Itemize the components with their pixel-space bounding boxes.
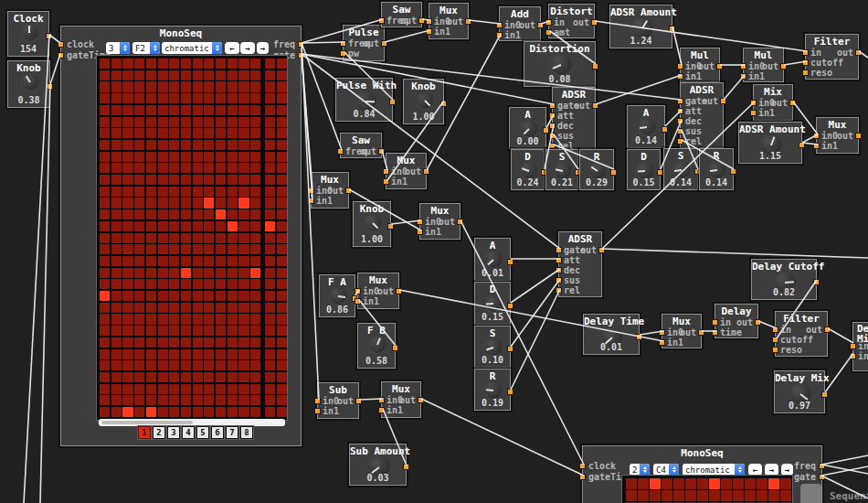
seq-cell[interactable]	[181, 372, 191, 382]
port-adsramt1-out[interactable]	[669, 26, 675, 32]
seq-cell[interactable]	[146, 268, 156, 278]
seq-cell[interactable]	[146, 81, 156, 91]
seq-cell[interactable]	[216, 326, 226, 336]
seq-cell[interactable]	[228, 372, 238, 382]
seq-cell[interactable]	[158, 256, 168, 266]
port-adsr3-dec[interactable]	[556, 267, 562, 273]
seq-cell[interactable]	[193, 244, 203, 254]
seq-cell[interactable]	[122, 291, 132, 301]
seq-cell[interactable]	[181, 244, 191, 254]
seq-cell[interactable]	[193, 337, 203, 348]
seq-cell[interactable]	[204, 187, 214, 197]
port-delaymix-out[interactable]	[821, 391, 828, 398]
seq-cell[interactable]	[122, 187, 132, 197]
seq-cell[interactable]	[111, 81, 122, 91]
seq-cell[interactable]	[146, 152, 156, 162]
node-mux_e[interactable]: Muxin0in1out	[357, 273, 399, 309]
seq-cell[interactable]	[204, 105, 214, 115]
seq-cell[interactable]	[265, 117, 275, 127]
seq-cell[interactable]	[181, 337, 191, 348]
seq-cell[interactable]	[122, 105, 132, 115]
port-mul2-in1[interactable]	[740, 73, 746, 80]
seq-cell[interactable]	[100, 360, 110, 370]
seq-cell[interactable]	[111, 152, 122, 162]
seq-cell[interactable]	[757, 490, 767, 501]
seq-cell[interactable]	[146, 337, 156, 348]
seq-cell[interactable]	[134, 303, 144, 313]
seq-cell[interactable]	[204, 372, 214, 382]
port-saw1-out[interactable]	[418, 17, 425, 24]
port-mul2-out[interactable]	[780, 63, 787, 70]
seq-cell[interactable]	[100, 163, 110, 173]
seq-cell[interactable]	[204, 140, 214, 150]
seq-cell[interactable]	[122, 233, 132, 243]
seq-cell[interactable]	[238, 291, 249, 301]
seq-cell[interactable]	[228, 360, 238, 370]
seq-cell[interactable]	[193, 221, 203, 231]
seq-cell[interactable]	[169, 198, 179, 208]
seq-cell[interactable]	[265, 349, 275, 359]
seq-cell[interactable]	[134, 233, 144, 243]
seq-cell[interactable]	[638, 490, 649, 501]
seq-cell[interactable]	[216, 128, 226, 138]
seq-cell[interactable]	[158, 372, 168, 382]
seq-cell[interactable]	[122, 372, 132, 382]
seq-cell[interactable]	[216, 395, 226, 405]
seq-cell[interactable]	[169, 303, 179, 313]
seq-cell[interactable]	[100, 175, 110, 185]
seq-cell[interactable]	[265, 268, 275, 278]
node-adsr1[interactable]: ADSRgateattdecsusrelout	[552, 87, 596, 153]
seq-cell[interactable]	[181, 163, 191, 173]
seq-cell[interactable]	[228, 140, 238, 150]
port-adsr1-out[interactable]	[592, 102, 598, 109]
seq-cell[interactable]	[265, 279, 275, 289]
seq-cell[interactable]	[216, 163, 226, 173]
seq-cell[interactable]	[193, 268, 203, 278]
node-adsramt1[interactable]: ADSR Amount1.24	[609, 5, 672, 48]
port-mux_tr-in1[interactable]	[813, 143, 820, 149]
seq-cell[interactable]	[100, 256, 110, 266]
port-adsr1-sus[interactable]	[549, 133, 556, 139]
seq-cell[interactable]	[158, 59, 168, 69]
port-seq2-freq[interactable]	[819, 463, 825, 469]
port-mux_a-out[interactable]	[465, 18, 471, 25]
seq-cell[interactable]	[134, 59, 144, 69]
port-a1-out[interactable]	[543, 127, 549, 134]
node-delay[interactable]: Delayintimeout	[715, 304, 758, 338]
seq-cell[interactable]	[181, 59, 191, 69]
knob-s3[interactable]	[484, 338, 503, 357]
seq-cell[interactable]	[277, 244, 287, 254]
seq-cell[interactable]	[122, 360, 132, 370]
seq-cell[interactable]	[146, 326, 156, 336]
seq-cell[interactable]	[228, 81, 238, 91]
step-right-button[interactable]: →	[240, 42, 255, 54]
seq-cell[interactable]	[238, 70, 249, 80]
seq-cell[interactable]	[146, 303, 156, 313]
seq-cell[interactable]	[158, 163, 168, 173]
page-button-8[interactable]: 8	[240, 426, 253, 439]
seq-cell[interactable]	[158, 209, 168, 219]
seq-cell[interactable]	[158, 395, 168, 405]
knob-knob3[interactable]	[364, 214, 382, 232]
seq-cell[interactable]	[250, 105, 260, 115]
seq-cell[interactable]	[250, 395, 260, 405]
seq-cell[interactable]	[265, 209, 275, 219]
port-mix1-out[interactable]	[789, 100, 796, 106]
seq-cell[interactable]	[277, 105, 287, 115]
seq-cell[interactable]	[228, 209, 238, 219]
seq-cell[interactable]	[216, 93, 226, 103]
port-fb-out[interactable]	[392, 345, 398, 351]
seq-cell[interactable]	[228, 384, 238, 394]
node-distort[interactable]: Distortinamtout	[548, 4, 595, 38]
seq-cell[interactable]	[250, 187, 260, 197]
seq-cell[interactable]	[204, 175, 214, 185]
seq-cell[interactable]	[146, 291, 156, 301]
knob-r2[interactable]	[708, 161, 726, 179]
seq-cell[interactable]	[100, 303, 110, 313]
seq-cell[interactable]	[122, 70, 132, 80]
select-seq1-2[interactable]: chromatic	[162, 42, 222, 54]
seq-cell[interactable]	[265, 395, 275, 405]
node-knob2[interactable]: Knob1.00	[403, 79, 444, 124]
seq-cell[interactable]	[158, 360, 168, 370]
seq-cell[interactable]	[238, 256, 249, 266]
